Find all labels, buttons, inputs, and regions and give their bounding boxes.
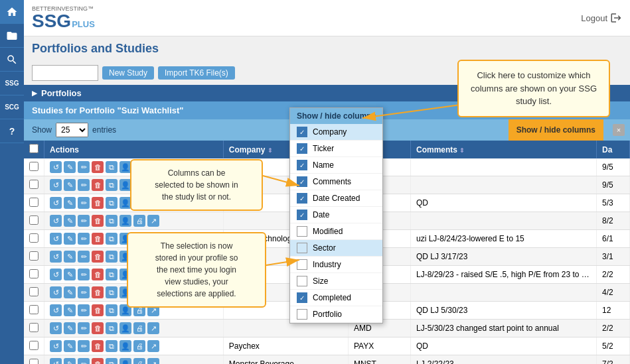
dp-item[interactable]: Industry — [290, 257, 382, 273]
refresh-icon[interactable]: ↺ — [50, 358, 62, 364]
import-button[interactable]: Import TK6 File(s) — [158, 66, 235, 80]
sidebar-home[interactable] — [0, 0, 24, 24]
edit-icon[interactable]: ✎ — [64, 233, 76, 245]
edit-icon[interactable]: ✎ — [64, 322, 76, 334]
copy-icon[interactable]: ⧉ — [106, 233, 118, 245]
pencil-icon[interactable]: ✏ — [78, 269, 90, 280]
refresh-icon[interactable]: ↺ — [50, 215, 62, 227]
pencil-icon[interactable]: ✏ — [78, 286, 90, 298]
refresh-icon[interactable]: ↺ — [50, 286, 62, 298]
user-icon[interactable]: 👤 — [119, 340, 131, 352]
copy-icon[interactable]: ⧉ — [106, 340, 118, 352]
pencil-icon[interactable]: ✏ — [78, 197, 90, 209]
dp-item[interactable]: ✓Name — [290, 157, 382, 174]
user-icon[interactable]: 👤 — [119, 215, 131, 227]
sidebar-ssg[interactable]: SSG — [0, 72, 24, 95]
print-icon[interactable]: 🖨 — [133, 358, 145, 364]
delete-icon[interactable]: 🗑 — [92, 340, 104, 352]
refresh-icon[interactable]: ↺ — [50, 340, 62, 352]
export-icon[interactable]: ↗ — [147, 322, 159, 334]
pencil-icon[interactable]: ✏ — [78, 179, 90, 191]
print-icon[interactable]: 🖨 — [133, 215, 145, 227]
copy-icon[interactable]: ⧉ — [106, 269, 118, 280]
pencil-icon[interactable]: ✏ — [78, 322, 90, 334]
export-icon[interactable]: ↗ — [147, 358, 159, 364]
new-study-button[interactable]: New Study — [102, 66, 154, 80]
copy-icon[interactable]: ⧉ — [106, 358, 118, 364]
sidebar-folder[interactable] — [0, 24, 24, 48]
delete-icon[interactable]: 🗑 — [92, 286, 104, 298]
row-checkbox[interactable] — [29, 323, 39, 332]
search-input[interactable] — [32, 65, 98, 81]
refresh-icon[interactable]: ↺ — [50, 179, 62, 191]
row-checkbox[interactable] — [29, 341, 39, 350]
show-hide-columns-button[interactable]: Show / hide columns — [509, 119, 603, 141]
refresh-icon[interactable]: ↺ — [50, 197, 62, 209]
dp-item[interactable]: ✓Date Created — [290, 190, 382, 207]
dp-item[interactable]: ✓Ticker — [290, 141, 382, 157]
copy-icon[interactable]: ⧉ — [106, 322, 118, 334]
delete-icon[interactable]: 🗑 — [92, 269, 104, 280]
row-checkbox[interactable] — [29, 269, 39, 278]
user-icon[interactable]: 👤 — [119, 322, 131, 334]
edit-icon[interactable]: ✎ — [64, 340, 76, 352]
copy-icon[interactable]: ⧉ — [106, 215, 118, 227]
dp-item[interactable]: Size — [290, 273, 382, 290]
pencil-icon[interactable]: ✏ — [78, 358, 90, 364]
delete-icon[interactable]: 🗑 — [92, 197, 104, 209]
th-checkbox[interactable] — [24, 141, 44, 158]
pencil-icon[interactable]: ✏ — [78, 304, 90, 316]
row-checkbox[interactable] — [29, 215, 39, 225]
delete-icon[interactable]: 🗑 — [92, 322, 104, 334]
sidebar-scg[interactable]: SCG — [0, 95, 24, 119]
refresh-icon[interactable]: ↺ — [50, 233, 62, 245]
pencil-icon[interactable]: ✏ — [78, 161, 90, 173]
logout-button[interactable]: Logout — [581, 12, 622, 24]
edit-icon[interactable]: ✎ — [64, 304, 76, 316]
delete-icon[interactable]: 🗑 — [92, 304, 104, 316]
dp-item[interactable]: Modified — [290, 223, 382, 240]
dp-item[interactable]: ✓Comments — [290, 174, 382, 190]
export-icon[interactable]: ↗ — [147, 215, 159, 227]
delete-icon[interactable]: 🗑 — [92, 161, 104, 173]
edit-icon[interactable]: ✎ — [64, 215, 76, 227]
delete-icon[interactable]: 🗑 — [92, 233, 104, 245]
edit-icon[interactable]: ✎ — [64, 161, 76, 173]
pencil-icon[interactable]: ✏ — [78, 251, 90, 263]
dp-item[interactable]: ✓Completed — [290, 290, 382, 306]
copy-icon[interactable]: ⧉ — [106, 304, 118, 316]
refresh-icon[interactable]: ↺ — [50, 322, 62, 334]
th-actions[interactable]: Actions — [44, 141, 224, 158]
pencil-icon[interactable]: ✏ — [78, 215, 90, 227]
row-checkbox[interactable] — [29, 233, 39, 243]
clear-search-button[interactable]: × — [613, 124, 625, 136]
refresh-icon[interactable]: ↺ — [50, 161, 62, 173]
dp-item[interactable]: Portfolio — [290, 306, 382, 323]
edit-icon[interactable]: ✎ — [64, 251, 76, 263]
pencil-icon[interactable]: ✏ — [78, 233, 90, 245]
th-comments[interactable]: Comments ⇕ — [411, 141, 597, 158]
edit-icon[interactable]: ✎ — [64, 286, 76, 298]
export-icon[interactable]: ↗ — [147, 340, 159, 352]
refresh-icon[interactable]: ↺ — [50, 304, 62, 316]
dp-item[interactable]: ✓Company — [290, 124, 382, 141]
edit-icon[interactable]: ✎ — [64, 358, 76, 364]
edit-icon[interactable]: ✎ — [64, 269, 76, 280]
sidebar-search[interactable] — [0, 48, 24, 72]
dp-item[interactable]: Sector — [290, 240, 382, 257]
edit-icon[interactable]: ✎ — [64, 197, 76, 209]
user-icon[interactable]: 👤 — [119, 358, 131, 364]
delete-icon[interactable]: 🗑 — [92, 358, 104, 364]
copy-icon[interactable]: ⧉ — [106, 251, 118, 263]
row-checkbox[interactable] — [29, 198, 39, 207]
row-checkbox[interactable] — [29, 180, 39, 189]
th-date[interactable]: Da — [597, 141, 630, 158]
refresh-icon[interactable]: ↺ — [50, 251, 62, 263]
row-checkbox[interactable] — [29, 305, 39, 314]
delete-icon[interactable]: 🗑 — [92, 179, 104, 191]
row-checkbox[interactable] — [29, 162, 39, 171]
row-checkbox[interactable] — [29, 287, 39, 296]
copy-icon[interactable]: ⧉ — [106, 286, 118, 298]
print-icon[interactable]: 🖨 — [133, 340, 145, 352]
sidebar-help[interactable]: ? — [0, 119, 24, 143]
